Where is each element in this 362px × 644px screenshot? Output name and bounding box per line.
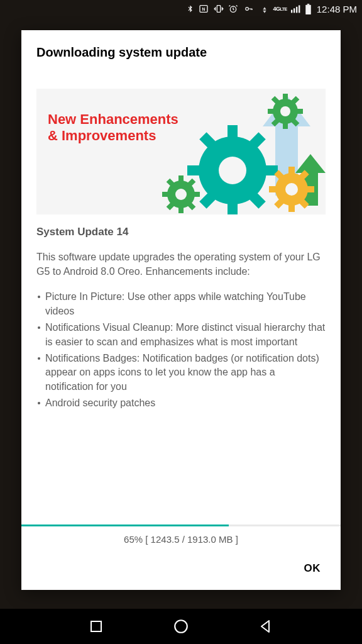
signal-icon xyxy=(291,4,301,13)
list-item: Notifications Visual Cleanup: More disti… xyxy=(36,321,326,349)
network-4g-icon: 4GLTE xyxy=(273,6,287,12)
svg-rect-7 xyxy=(296,7,297,13)
svg-rect-22 xyxy=(228,125,238,138)
bluetooth-icon xyxy=(186,4,194,14)
svg-rect-8 xyxy=(299,5,300,13)
list-item: Picture In Picture: Use other apps while… xyxy=(36,290,326,318)
svg-point-30 xyxy=(219,157,246,184)
list-item: Android security patches xyxy=(36,396,326,410)
svg-rect-12 xyxy=(283,94,288,100)
svg-rect-23 xyxy=(228,203,238,214)
dialog-title: Downloading system update xyxy=(21,30,341,65)
update-banner: New Enhancements & Improvements xyxy=(36,89,326,214)
update-description: This software update upgrades the operat… xyxy=(36,250,326,279)
update-bullets: Picture In Picture: Use other apps while… xyxy=(36,290,326,410)
android-nav-bar xyxy=(0,609,362,644)
svg-point-40 xyxy=(175,189,187,200)
vpn-key-icon xyxy=(242,4,256,13)
svg-rect-13 xyxy=(283,123,288,129)
svg-rect-44 xyxy=(269,186,277,192)
svg-rect-35 xyxy=(194,192,200,197)
progress-text: 65% [ 1243.5 / 1913.0 MB ] xyxy=(21,531,341,553)
svg-text:N: N xyxy=(202,7,205,11)
status-bar: N 4GLTE 12:48 PM xyxy=(0,0,362,18)
progress-fill xyxy=(21,525,229,526)
svg-rect-14 xyxy=(268,109,274,114)
svg-point-52 xyxy=(175,620,187,633)
svg-rect-5 xyxy=(291,10,292,13)
svg-rect-24 xyxy=(187,165,200,175)
battery-icon xyxy=(305,4,312,14)
svg-rect-51 xyxy=(91,621,101,631)
svg-rect-45 xyxy=(307,186,314,192)
home-button[interactable] xyxy=(173,618,189,635)
system-update-dialog: Downloading system update New Enhancemen… xyxy=(21,30,341,590)
banner-gears-icon xyxy=(162,89,326,214)
recent-apps-button[interactable] xyxy=(89,619,104,634)
svg-point-50 xyxy=(285,183,298,196)
ok-button[interactable]: OK xyxy=(298,556,327,581)
svg-point-20 xyxy=(280,106,290,116)
svg-point-4 xyxy=(245,8,248,11)
wifi-activity-icon xyxy=(260,4,270,14)
back-button[interactable] xyxy=(258,619,273,634)
dialog-footer: OK xyxy=(21,553,341,590)
update-subtitle: System Update 14 xyxy=(36,226,326,238)
alarm-icon xyxy=(228,4,238,14)
svg-rect-6 xyxy=(293,8,295,13)
svg-rect-9 xyxy=(305,4,311,14)
download-progress: 65% [ 1243.5 / 1913.0 MB ] xyxy=(21,519,341,553)
dialog-body[interactable]: New Enhancements & Improvements xyxy=(21,65,341,519)
svg-rect-42 xyxy=(288,167,295,174)
svg-rect-15 xyxy=(297,109,303,114)
svg-rect-33 xyxy=(178,207,184,213)
vibrate-icon xyxy=(213,4,224,14)
svg-rect-2 xyxy=(217,6,220,13)
svg-rect-32 xyxy=(178,175,184,182)
nfc-icon: N xyxy=(198,4,209,14)
svg-rect-10 xyxy=(307,4,309,5)
list-item: Notifications Badges: Notification badge… xyxy=(36,352,326,394)
svg-rect-43 xyxy=(288,204,295,212)
progress-bar xyxy=(21,525,341,526)
status-bar-clock: 12:48 PM xyxy=(317,4,357,14)
svg-rect-34 xyxy=(162,192,168,197)
